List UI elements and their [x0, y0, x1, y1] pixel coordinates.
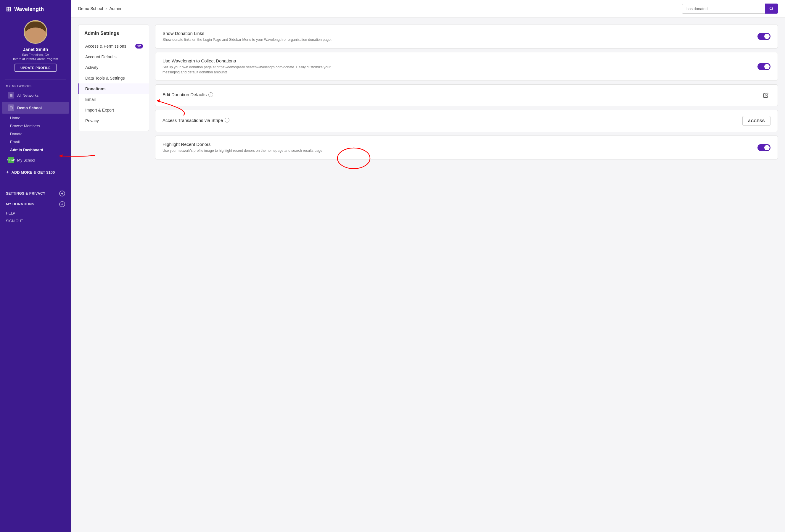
- settings-privacy-label: SETTINGS & PRIVACY: [6, 191, 45, 195]
- svg-point-0: [770, 7, 773, 10]
- access-button[interactable]: ACCESS: [742, 116, 770, 126]
- sidebar-item-email[interactable]: Email: [4, 138, 71, 146]
- search-bar: [682, 4, 778, 14]
- access-permissions-badge: 12: [135, 44, 143, 49]
- content-cards-area: Show Donation Links Show donate links on…: [155, 25, 778, 525]
- settings-privacy-item[interactable]: SETTINGS & PRIVACY +: [0, 188, 71, 199]
- access-permissions-label: Access & Permissions: [85, 44, 126, 49]
- privacy-label: Privacy: [85, 118, 99, 123]
- sidebar-item-home[interactable]: Home: [4, 114, 71, 122]
- update-profile-button[interactable]: UPDATE PROFILE: [15, 63, 56, 72]
- sidebar-bottom-links: SETTINGS & PRIVACY + MY DONATIONS + HELP…: [0, 186, 71, 227]
- sidebar-item-my-school[interactable]: SSW My School: [2, 154, 69, 166]
- settings-panel-title: Admin Settings: [78, 31, 149, 41]
- demo-school-label: Demo School: [17, 106, 42, 110]
- avatar: [24, 20, 47, 44]
- breadcrumb: Demo School › Admin: [78, 6, 121, 11]
- card-show-donation-links: Show Donation Links Show donate links on…: [155, 25, 778, 49]
- card-title-highlight-donors: Highlight Recent Donors: [162, 142, 752, 147]
- card-title-use-wavelength: Use Wavelength to Collect Donations: [162, 58, 752, 63]
- breadcrumb-separator: ›: [105, 6, 107, 11]
- card-desc-highlight-donors: Use your network's profile image to high…: [162, 148, 340, 153]
- donations-label: Donations: [85, 86, 105, 91]
- edit-defaults-info-icon[interactable]: i: [208, 92, 213, 97]
- settings-menu-access-permissions[interactable]: Access & Permissions 12: [78, 41, 149, 52]
- card-text-edit-defaults: Edit Donation Defaults i: [162, 92, 755, 99]
- settings-menu-import-export[interactable]: Import & Export: [78, 105, 149, 115]
- sidebar-item-all-networks[interactable]: ⊞ All Networks: [2, 89, 69, 101]
- my-networks-label: MY NETWORKS: [0, 82, 71, 89]
- my-donations-label: MY DONATIONS: [6, 202, 34, 206]
- sidebar-item-demo-school[interactable]: ⊟ Demo School: [2, 102, 69, 114]
- settings-menu-account-defaults[interactable]: Account Defaults: [78, 52, 149, 62]
- sidebar: ⊞ Wavelength Janet Smith San Francisco, …: [0, 0, 71, 532]
- sidebar-item-browse-members[interactable]: Browse Members: [4, 122, 71, 130]
- settings-menu-privacy[interactable]: Privacy: [78, 115, 149, 126]
- main-content: Demo School › Admin Admin Settings Acces…: [71, 0, 785, 532]
- settings-panel: Admin Settings Access & Permissions 12 A…: [78, 25, 149, 131]
- app-logo[interactable]: ⊞ Wavelength: [0, 0, 71, 17]
- settings-menu-activity[interactable]: Activity: [78, 62, 149, 73]
- toggle-highlight-donors[interactable]: [758, 144, 770, 151]
- card-edit-donation-defaults: Edit Donation Defaults i: [155, 84, 778, 106]
- demo-school-sub-nav: Home Browse Members Donate Email Admin D…: [0, 114, 71, 154]
- toggle-show-donation-links[interactable]: [758, 33, 770, 40]
- svg-line-1: [772, 9, 773, 10]
- card-title-show-donation: Show Donation Links: [162, 31, 752, 36]
- logo-icon: ⊞: [6, 5, 11, 13]
- card-text-use-wavelength: Use Wavelength to Collect Donations Set …: [162, 58, 752, 75]
- card-desc-use-wavelength: Set up your own donation page at https:/…: [162, 65, 340, 75]
- user-profile: Janet Smith San Francisco, CA Intern at …: [0, 17, 71, 77]
- all-networks-icon: ⊞: [8, 92, 14, 99]
- access-transactions-info-icon[interactable]: i: [225, 118, 229, 123]
- settings-privacy-expand-icon: +: [59, 190, 65, 196]
- demo-school-icon: ⊟: [8, 104, 14, 111]
- sidebar-item-donate[interactable]: Donate: [4, 130, 71, 138]
- card-text-access-transactions: Access Transactions via Stripe i: [162, 118, 736, 124]
- toggle-use-wavelength[interactable]: [758, 63, 770, 70]
- app-name: Wavelength: [14, 6, 44, 12]
- add-more-label: ADD MORE & GET $100: [11, 170, 55, 175]
- card-text-show-donation: Show Donation Links Show donate links on…: [162, 31, 752, 42]
- all-networks-label: All Networks: [17, 93, 39, 98]
- my-school-icon: SSW: [8, 157, 14, 163]
- user-location: San Francisco, CA: [22, 53, 49, 56]
- help-item[interactable]: HELP: [0, 210, 71, 217]
- card-title-access-transactions: Access Transactions via Stripe i: [162, 118, 736, 123]
- account-defaults-label: Account Defaults: [85, 54, 117, 59]
- sidebar-item-admin-dashboard[interactable]: Admin Dashboard: [4, 146, 71, 154]
- import-export-label: Import & Export: [85, 108, 114, 112]
- card-title-edit-defaults: Edit Donation Defaults i: [162, 92, 755, 97]
- card-desc-show-donation: Show donate links on the Login Page and …: [162, 37, 340, 42]
- settings-menu-donations[interactable]: Donations: [78, 83, 149, 94]
- add-more-plus: +: [6, 169, 9, 176]
- card-use-wavelength: Use Wavelength to Collect Donations Set …: [155, 52, 778, 81]
- divider-1: [5, 80, 66, 80]
- activity-label: Activity: [85, 65, 98, 70]
- settings-menu-email[interactable]: Email: [78, 94, 149, 105]
- topbar: Demo School › Admin: [71, 0, 785, 18]
- edit-defaults-button[interactable]: [761, 90, 770, 100]
- settings-menu-data-tools[interactable]: Data Tools & Settings: [78, 73, 149, 83]
- email-label: Email: [85, 97, 96, 102]
- my-donations-item[interactable]: MY DONATIONS +: [0, 199, 71, 210]
- add-more-button[interactable]: + ADD MORE & GET $100: [0, 166, 71, 179]
- my-school-label: My School: [17, 158, 35, 162]
- card-access-transactions: Access Transactions via Stripe i ACCESS: [155, 110, 778, 132]
- my-donations-expand-icon: +: [59, 201, 65, 207]
- pencil-icon: [763, 92, 768, 98]
- search-icon: [769, 6, 774, 11]
- user-name: Janet Smith: [23, 47, 48, 52]
- user-role: Intern at Infant-Parent Program: [13, 57, 58, 61]
- data-tools-label: Data Tools & Settings: [85, 76, 125, 80]
- card-highlight-donors: Highlight Recent Donors Use your network…: [155, 135, 778, 159]
- breadcrumb-admin[interactable]: Admin: [109, 6, 121, 11]
- card-text-highlight-donors: Highlight Recent Donors Use your network…: [162, 142, 752, 153]
- sign-out-item[interactable]: SIGN OUT: [0, 217, 71, 225]
- search-button[interactable]: [765, 4, 778, 14]
- breadcrumb-school[interactable]: Demo School: [78, 6, 103, 11]
- search-input[interactable]: [682, 4, 765, 14]
- page-body: Admin Settings Access & Permissions 12 A…: [71, 18, 785, 532]
